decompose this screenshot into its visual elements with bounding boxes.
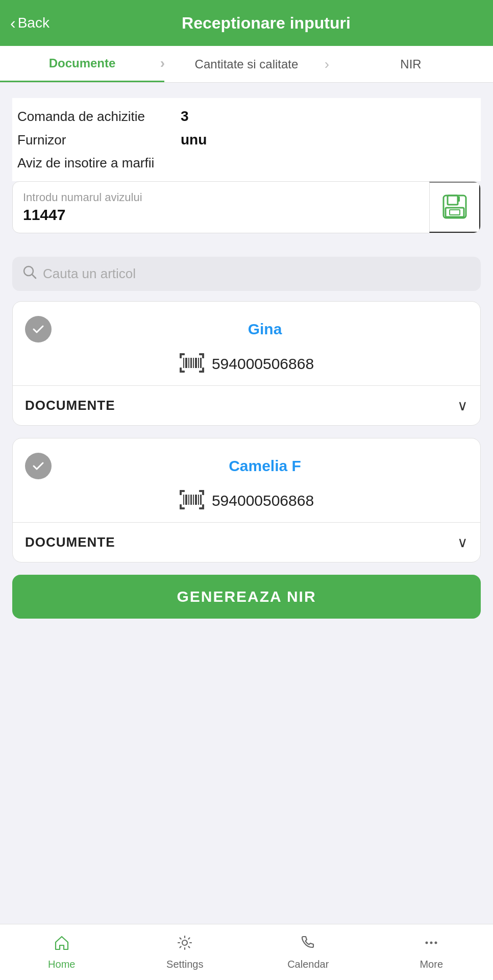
furnizor-row: Furnizor unu: [17, 132, 476, 148]
svg-point-41: [430, 942, 433, 944]
barcode-number-1: 594000506868: [212, 492, 314, 509]
svg-rect-8: [180, 353, 182, 358]
svg-rect-1: [448, 195, 458, 205]
article-name-0: Gina: [62, 321, 468, 338]
step-nir[interactable]: NIR: [329, 46, 493, 82]
step-arrow-2: ›: [325, 56, 329, 72]
info-section: Comanda de achizitie 3 Furnizor unu Aviz…: [12, 98, 481, 181]
svg-rect-31: [183, 495, 184, 505]
back-label: Back: [18, 15, 50, 31]
nav-calendar-label: Calendar: [287, 959, 329, 970]
aviz-box: Introdu numarul avizului 11447: [12, 181, 481, 233]
article-name-1: Camelia F: [62, 457, 468, 475]
svg-rect-37: [198, 495, 199, 505]
back-button[interactable]: ‹ Back: [10, 15, 50, 31]
genereaza-section: GENEREAZA NIR: [12, 562, 481, 629]
barcode-row-1: 594000506868: [25, 489, 468, 512]
barcode-row-0: 594000506868: [25, 353, 468, 375]
nav-calendar[interactable]: Calendar: [246, 924, 370, 980]
svg-rect-24: [180, 490, 182, 495]
svg-rect-26: [202, 490, 204, 495]
article-top-1: Camelia F: [25, 453, 468, 479]
documente-label-1: DOCUMENTE: [25, 534, 115, 550]
furnizor-value: unu: [181, 132, 207, 148]
nav-home[interactable]: Home: [0, 924, 124, 980]
home-icon: [53, 934, 70, 955]
svg-rect-4: [450, 210, 460, 215]
bottom-nav: Home Settings Calendar More: [0, 924, 493, 980]
svg-rect-34: [190, 495, 192, 505]
svg-rect-32: [185, 495, 187, 505]
comanda-row: Comanda de achizitie 3: [17, 108, 476, 125]
svg-rect-28: [180, 504, 182, 509]
svg-line-6: [32, 275, 36, 278]
aviz-input-area[interactable]: Introdu numarul avizului 11447: [13, 182, 429, 233]
chevron-down-icon-0: ∨: [457, 397, 468, 414]
save-icon: [441, 193, 468, 222]
svg-rect-22: [200, 358, 202, 368]
aviz-placeholder: Introdu numarul avizului: [23, 191, 419, 204]
svg-rect-2: [458, 197, 460, 202]
svg-rect-38: [200, 495, 202, 505]
article-card-0: Gina: [12, 301, 481, 426]
svg-rect-3: [446, 208, 464, 217]
aviz-value: 11447: [23, 206, 419, 224]
nav-settings-label: Settings: [166, 959, 203, 970]
svg-rect-17: [188, 358, 189, 368]
step-documente[interactable]: Documente ›: [0, 46, 164, 82]
step-arrow-1: ›: [160, 55, 165, 71]
barcode-number-0: 594000506868: [212, 355, 314, 373]
svg-rect-15: [183, 358, 184, 368]
svg-rect-19: [193, 358, 194, 368]
articles-list: Gina: [12, 301, 481, 562]
svg-rect-12: [180, 368, 182, 373]
nav-more-label: More: [420, 959, 443, 970]
more-icon: [423, 934, 440, 955]
main-content: Comanda de achizitie 3 Furnizor unu Aviz…: [0, 83, 493, 924]
furnizor-label: Furnizor: [17, 132, 181, 148]
svg-rect-10: [202, 353, 204, 358]
settings-icon: [176, 934, 193, 955]
svg-rect-16: [185, 358, 187, 368]
nav-home-label: Home: [48, 959, 75, 970]
genereaza-nir-button[interactable]: GENEREAZA NIR: [12, 575, 481, 619]
documente-label-0: DOCUMENTE: [25, 398, 115, 413]
search-section: Cauta un articol: [12, 249, 481, 301]
documente-row-1[interactable]: DOCUMENTE ∨: [25, 523, 468, 562]
aviz-section-label: Aviz de insotire a marfii: [17, 155, 476, 171]
aviz-save-button[interactable]: [429, 182, 480, 233]
back-chevron-icon: ‹: [10, 15, 16, 31]
article-top-0: Gina: [25, 316, 468, 342]
documente-row-0[interactable]: DOCUMENTE ∨: [25, 386, 468, 425]
phone-icon: [300, 934, 317, 955]
barcode-icon-1: [179, 489, 205, 512]
check-icon-0: [25, 316, 52, 342]
svg-point-40: [426, 942, 428, 944]
chevron-down-icon-1: ∨: [457, 534, 468, 551]
comanda-value: 3: [181, 108, 189, 125]
svg-rect-21: [198, 358, 199, 368]
svg-point-39: [182, 940, 187, 945]
svg-point-42: [435, 942, 437, 944]
nav-more[interactable]: More: [370, 924, 494, 980]
page-title: Receptionare inputuri: [50, 14, 483, 33]
step-cantitate[interactable]: Cantitate si calitate ›: [164, 46, 329, 82]
svg-rect-35: [193, 495, 194, 505]
svg-rect-30: [202, 504, 204, 509]
comanda-label: Comanda de achizitie: [17, 109, 181, 125]
check-icon-1: [25, 453, 52, 479]
svg-rect-14: [202, 368, 204, 373]
svg-rect-20: [195, 358, 197, 368]
search-icon: [22, 265, 37, 283]
svg-rect-18: [190, 358, 192, 368]
nav-settings[interactable]: Settings: [124, 924, 247, 980]
article-card-1: Camelia F: [12, 438, 481, 562]
svg-rect-33: [188, 495, 189, 505]
barcode-icon-0: [179, 353, 205, 375]
search-placeholder: Cauta un articol: [43, 266, 136, 282]
header: ‹ Back Receptionare inputuri: [0, 0, 493, 46]
steps-bar: Documente › Cantitate si calitate › NIR: [0, 46, 493, 83]
search-bar[interactable]: Cauta un articol: [12, 257, 481, 291]
svg-rect-36: [195, 495, 197, 505]
